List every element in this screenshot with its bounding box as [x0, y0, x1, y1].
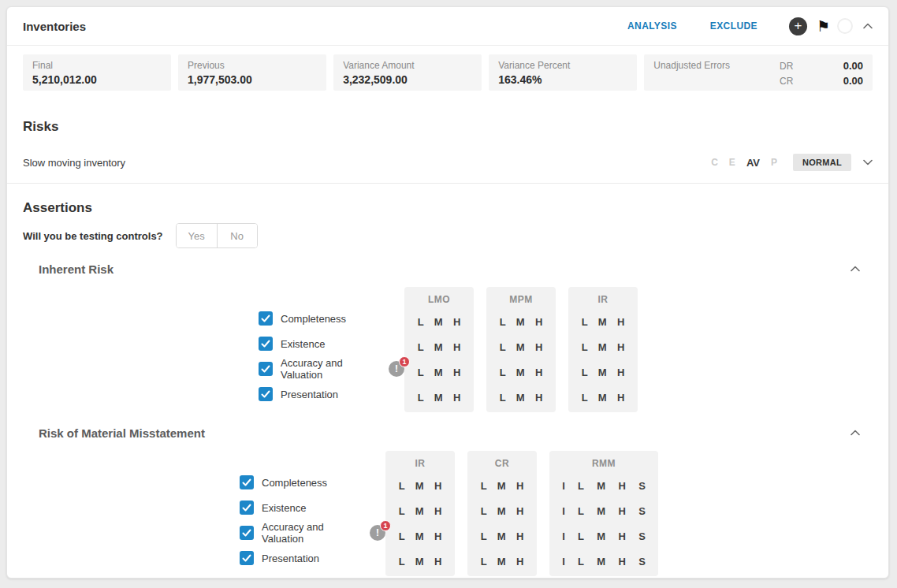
rating-option-m[interactable]: M: [415, 530, 424, 542]
rating-option-l[interactable]: L: [582, 392, 588, 404]
rating-option-h[interactable]: H: [535, 316, 542, 328]
risk-assertion-tag-c[interactable]: C: [711, 157, 718, 168]
rating-option-h[interactable]: H: [618, 530, 625, 542]
risk-assertion-tag-av[interactable]: AV: [746, 157, 760, 169]
rating-option-l[interactable]: L: [481, 530, 487, 542]
rating-option-l[interactable]: L: [578, 530, 584, 542]
rating-option-h[interactable]: H: [617, 392, 624, 404]
signoff-circle-icon[interactable]: [837, 18, 853, 34]
assertion-alert-icon[interactable]: !1: [389, 361, 404, 377]
rating-option-m[interactable]: M: [415, 505, 424, 517]
risk-assertion-tag-e[interactable]: E: [729, 157, 735, 168]
rating-option-l[interactable]: L: [418, 392, 424, 404]
rating-option-i[interactable]: I: [562, 505, 565, 517]
rating-option-l[interactable]: L: [500, 392, 506, 404]
assertion-checkbox[interactable]: [240, 526, 254, 540]
rating-option-l[interactable]: L: [500, 341, 506, 353]
rating-option-m[interactable]: M: [497, 530, 506, 542]
rating-option-m[interactable]: M: [516, 341, 525, 353]
rating-option-m[interactable]: M: [516, 316, 525, 328]
risk-level-chevron-down-icon[interactable]: [863, 159, 873, 166]
rating-option-h[interactable]: H: [535, 392, 542, 404]
rating-option-h[interactable]: H: [617, 316, 624, 328]
rating-option-i[interactable]: I: [562, 556, 565, 568]
rating-option-m[interactable]: M: [598, 392, 607, 404]
section-chevron-up-icon[interactable]: [850, 266, 860, 272]
rating-option-h[interactable]: H: [516, 530, 523, 542]
rating-option-h[interactable]: H: [617, 341, 624, 353]
rating-option-m[interactable]: M: [598, 316, 607, 328]
rating-option-l[interactable]: L: [418, 316, 424, 328]
rating-option-s[interactable]: S: [638, 480, 646, 492]
rating-option-m[interactable]: M: [434, 367, 443, 378]
rating-option-s[interactable]: S: [638, 556, 646, 568]
rating-option-m[interactable]: M: [598, 367, 607, 378]
rating-option-l[interactable]: L: [481, 556, 487, 568]
risk-name-link[interactable]: Slow moving inventory: [23, 157, 125, 169]
rating-option-h[interactable]: H: [453, 341, 460, 353]
rating-option-h[interactable]: H: [453, 392, 460, 404]
rating-option-m[interactable]: M: [497, 480, 506, 492]
rating-option-h[interactable]: H: [434, 480, 441, 492]
rating-option-l[interactable]: L: [481, 480, 487, 492]
assertion-checkbox[interactable]: [259, 337, 273, 351]
testing-controls-yes-button[interactable]: Yes: [177, 224, 217, 247]
rating-option-m[interactable]: M: [415, 556, 424, 568]
rating-option-h[interactable]: H: [434, 556, 441, 568]
risk-assertion-tag-p[interactable]: P: [771, 157, 777, 168]
rating-option-m[interactable]: M: [597, 556, 605, 568]
rating-option-l[interactable]: L: [418, 341, 424, 353]
rating-option-l[interactable]: L: [578, 480, 584, 492]
rating-option-l[interactable]: L: [399, 480, 405, 492]
rating-option-m[interactable]: M: [516, 367, 525, 378]
rating-option-l[interactable]: L: [500, 316, 506, 328]
risk-level-button[interactable]: NORMAL: [793, 154, 851, 171]
rating-option-h[interactable]: H: [618, 556, 625, 568]
rating-option-l[interactable]: L: [418, 367, 424, 378]
rating-option-i[interactable]: I: [562, 480, 565, 492]
exclude-button[interactable]: EXCLUDE: [710, 20, 757, 32]
assertion-checkbox[interactable]: [240, 501, 254, 515]
add-icon[interactable]: +: [789, 17, 807, 35]
flag-icon[interactable]: ⚑: [817, 19, 830, 34]
rating-option-m[interactable]: M: [516, 392, 525, 404]
rating-option-h[interactable]: H: [453, 316, 460, 328]
rating-option-m[interactable]: M: [497, 505, 506, 517]
rating-option-h[interactable]: H: [535, 367, 542, 378]
rating-option-h[interactable]: H: [618, 480, 625, 492]
rating-option-h[interactable]: H: [516, 505, 523, 517]
testing-controls-no-button[interactable]: No: [217, 224, 257, 247]
rating-option-m[interactable]: M: [434, 341, 443, 353]
rating-option-l[interactable]: L: [582, 341, 588, 353]
rating-option-l[interactable]: L: [582, 316, 588, 328]
assertion-checkbox[interactable]: [240, 475, 254, 489]
rating-option-h[interactable]: H: [516, 480, 523, 492]
rating-option-m[interactable]: M: [434, 392, 443, 404]
rating-option-l[interactable]: L: [399, 530, 405, 542]
rating-option-h[interactable]: H: [434, 505, 441, 517]
analysis-button[interactable]: ANALYSIS: [627, 20, 677, 32]
rating-option-l[interactable]: L: [500, 367, 506, 378]
rating-option-h[interactable]: H: [617, 367, 624, 378]
assertion-checkbox[interactable]: [259, 311, 273, 326]
rating-option-m[interactable]: M: [497, 556, 506, 568]
assertion-checkbox[interactable]: [259, 387, 273, 401]
assertion-checkbox[interactable]: [240, 551, 254, 565]
rating-option-s[interactable]: S: [638, 530, 646, 542]
rating-option-h[interactable]: H: [516, 556, 523, 568]
section-chevron-up-icon[interactable]: [850, 430, 860, 436]
rating-option-m[interactable]: M: [598, 341, 607, 353]
rating-option-h[interactable]: H: [618, 505, 625, 517]
rating-option-i[interactable]: I: [562, 530, 565, 542]
collapse-panel-chevron-up-icon[interactable]: [863, 23, 873, 29]
rating-option-m[interactable]: M: [434, 316, 443, 328]
rating-option-m[interactable]: M: [597, 505, 605, 517]
rating-option-h[interactable]: H: [453, 367, 460, 378]
rating-option-l[interactable]: L: [582, 367, 588, 378]
rating-option-h[interactable]: H: [434, 530, 441, 542]
rating-option-h[interactable]: H: [535, 341, 542, 353]
rating-option-l[interactable]: L: [578, 556, 584, 568]
rating-option-m[interactable]: M: [597, 530, 605, 542]
assertion-alert-icon[interactable]: !1: [370, 525, 385, 541]
rating-option-l[interactable]: L: [481, 505, 487, 517]
